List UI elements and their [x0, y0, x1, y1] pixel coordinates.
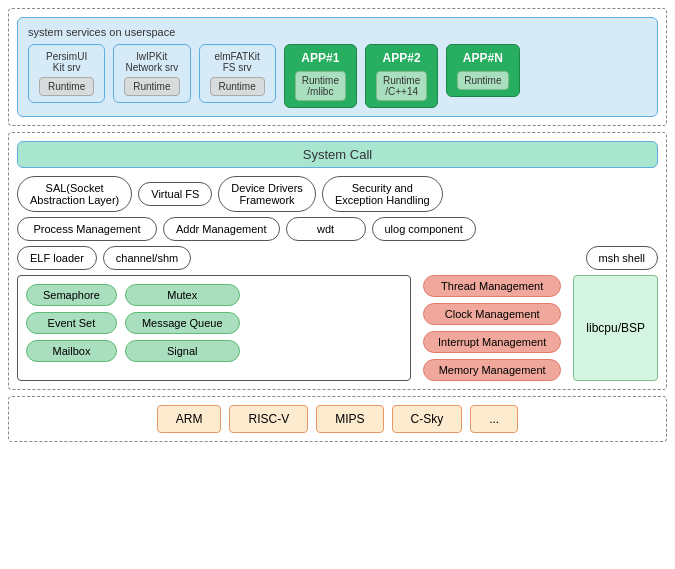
app2-box: APP#2 Runtime/C++14	[365, 44, 438, 108]
am-box: Addr Management	[163, 217, 280, 241]
kernel-section: System Call SAL(SocketAbstraction Layer)…	[8, 132, 667, 390]
appn-title: APP#N	[457, 51, 508, 65]
wdt-box: wdt	[286, 217, 366, 241]
app2-runtime: Runtime/C++14	[376, 71, 427, 101]
syscall-bar: System Call	[17, 141, 658, 168]
kernel-row1: SAL(SocketAbstraction Layer) Virtual FS …	[17, 176, 658, 212]
ipc-section: Semaphore Event Set Mailbox Mutex Messag…	[17, 275, 411, 381]
sem-box: Semaphore	[26, 284, 117, 306]
msgq-box: Message Queue	[125, 312, 240, 334]
arm-box: ARM	[157, 405, 222, 433]
appn-box: APP#N Runtime	[446, 44, 519, 97]
kernel-row3: ELF loader channel/shm msh shell	[17, 246, 658, 270]
runtime-lwipkit: Runtime	[124, 77, 179, 96]
libcpu-box: libcpu/BSP	[573, 275, 658, 381]
appn-runtime: Runtime	[457, 71, 508, 90]
mips-box: MIPS	[316, 405, 383, 433]
service-lwipkit: lwIPKitNetwork srv Runtime	[113, 44, 190, 103]
service-elmfat-title: elmFATKitFS srv	[210, 51, 265, 73]
diagram: system services on userspace PersimUIKit…	[0, 0, 675, 569]
riscv-box: RISC-V	[229, 405, 308, 433]
app1-title: APP#1	[295, 51, 346, 65]
service-lwipkit-title: lwIPKitNetwork srv	[124, 51, 179, 73]
runtime-persiui: Runtime	[39, 77, 94, 96]
userspace-label: system services on userspace	[28, 26, 175, 38]
sec-box: Security andException Handling	[322, 176, 443, 212]
ipc-col2: Mutex Message Queue Signal	[125, 284, 240, 372]
rt-col: Thread Management Clock Management Inter…	[423, 275, 561, 381]
app1-runtime: Runtime/mlibc	[295, 71, 346, 101]
hardware-section: ARM RISC-V MIPS C-Sky ...	[8, 396, 667, 442]
service-persiui: PersimUIKit srv Runtime	[28, 44, 105, 103]
app1-box: APP#1 Runtime/mlibc	[284, 44, 357, 108]
kernel-grid: SAL(SocketAbstraction Layer) Virtual FS …	[17, 176, 658, 381]
sal-box: SAL(SocketAbstraction Layer)	[17, 176, 132, 212]
csky-box: C-Sky	[392, 405, 463, 433]
runtime-elmfat: Runtime	[210, 77, 265, 96]
memory-mgmt-box: Memory Management	[423, 359, 561, 381]
signal-box: Signal	[125, 340, 240, 362]
userspace-inner: system services on userspace PersimUIKit…	[17, 17, 658, 117]
userspace-section: system services on userspace PersimUIKit…	[8, 8, 667, 126]
userspace-row: PersimUIKit srv Runtime lwIPKitNetwork s…	[28, 44, 520, 108]
vfs-box: Virtual FS	[138, 182, 212, 206]
cshm-box: channel/shm	[103, 246, 191, 270]
clock-mgmt-box: Clock Management	[423, 303, 561, 325]
service-elmfat: elmFATKitFS srv Runtime	[199, 44, 276, 103]
more-box: ...	[470, 405, 518, 433]
msh-box: msh shell	[586, 246, 658, 270]
ipc-col1: Semaphore Event Set Mailbox	[26, 284, 117, 372]
kernel-row4: Semaphore Event Set Mailbox Mutex Messag…	[17, 275, 658, 381]
evset-box: Event Set	[26, 312, 117, 334]
mutex-box: Mutex	[125, 284, 240, 306]
kernel-row2: Process Management Addr Management wdt u…	[17, 217, 658, 241]
elf-box: ELF loader	[17, 246, 97, 270]
interrupt-mgmt-box: Interrupt Management	[423, 331, 561, 353]
ulog-box: ulog component	[372, 217, 476, 241]
mailbox-box: Mailbox	[26, 340, 117, 362]
pm-box: Process Management	[17, 217, 157, 241]
thread-mgmt-box: Thread Management	[423, 275, 561, 297]
service-persiui-title: PersimUIKit srv	[39, 51, 94, 73]
ddf-box: Device DriversFramework	[218, 176, 316, 212]
app2-title: APP#2	[376, 51, 427, 65]
